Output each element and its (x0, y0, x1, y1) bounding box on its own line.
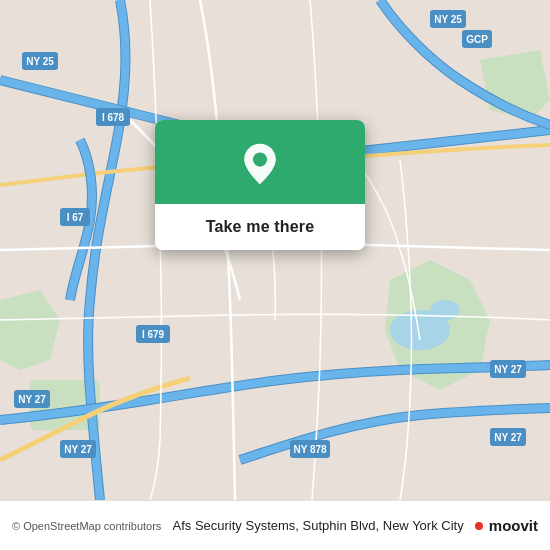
copyright-area: © OpenStreetMap contributors (12, 520, 161, 532)
copyright-text: © OpenStreetMap contributors (12, 520, 161, 532)
location-pin-icon (238, 142, 282, 186)
ny27-label-br: NY 27 (494, 364, 522, 375)
take-me-there-button[interactable]: Take me there (155, 204, 365, 250)
svg-point-1 (253, 153, 267, 167)
moovit-logo: moovit (475, 517, 538, 534)
ny25-label-tr: NY 25 (434, 14, 462, 25)
map-view: NY 25 NY 25 NY 25 I 678 I 67 I 679 GCP N… (0, 0, 550, 500)
ny27-label-fr: NY 27 (494, 432, 522, 443)
i679-label: I 679 (142, 329, 165, 340)
ny27-label-bml: NY 27 (64, 444, 92, 455)
i678-label: I 678 (102, 112, 125, 123)
location-popup: Take me there (155, 120, 365, 250)
location-label: Afs Security Systems, Sutphin Blvd, New … (161, 518, 474, 533)
bottom-info-bar: © OpenStreetMap contributors Afs Securit… (0, 500, 550, 550)
ny25-label-tl: NY 25 (26, 56, 54, 67)
moovit-brand-name: moovit (489, 517, 538, 534)
popup-icon-background (155, 120, 365, 204)
moovit-dot (475, 522, 483, 530)
ny878-label: NY 878 (293, 444, 327, 455)
ny27-label-bl: NY 27 (18, 394, 46, 405)
i67-label: I 67 (67, 212, 84, 223)
gcp-label: GCP (466, 34, 488, 45)
